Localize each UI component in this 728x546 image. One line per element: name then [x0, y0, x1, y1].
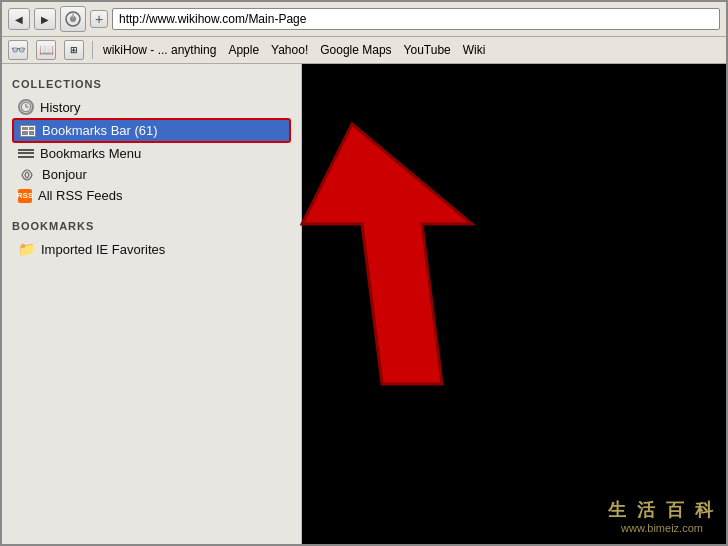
bonjour-item[interactable]: Bonjour	[12, 164, 291, 185]
bookmarks-section: BOOKMARKS 📁 Imported IE Favorites	[12, 220, 291, 260]
history-icon	[18, 99, 34, 115]
rss-feeds-item[interactable]: RSS All RSS Feeds	[12, 185, 291, 206]
glasses-icon[interactable]: 👓	[8, 40, 28, 60]
add-tab-button[interactable]: +	[90, 10, 108, 28]
bm-link-wiki[interactable]: Wiki	[461, 43, 488, 57]
bookmarks-menu-label: Bookmarks Menu	[40, 146, 141, 161]
forward-button[interactable]: ▶	[34, 8, 56, 30]
address-bar[interactable]	[112, 8, 720, 30]
bookmarks-menu-item[interactable]: Bookmarks Menu	[12, 143, 291, 164]
left-panel: COLLECTIONS History Bookmarks Bar (61)	[2, 64, 302, 544]
history-label: History	[40, 100, 80, 115]
bookmarks-bar-item[interactable]: Bookmarks Bar (61)	[12, 118, 291, 143]
folder-icon: 📁	[18, 241, 35, 257]
watermark-chinese: 生 活 百 科	[608, 498, 716, 522]
bookmarks-header: BOOKMARKS	[12, 220, 291, 232]
imported-ie-label: Imported IE Favorites	[41, 242, 165, 257]
bookmarks-bar-label: Bookmarks Bar (61)	[42, 123, 158, 138]
right-panel: 生 活 百 科 www.bimeiz.com	[302, 64, 726, 544]
bm-link-youtube[interactable]: YouTube	[402, 43, 453, 57]
back-button[interactable]: ◀	[8, 8, 30, 30]
bonjour-icon	[18, 168, 36, 182]
browser-window: ◀ ▶ + 👓 📖 ⊞ wikiHow - ... anything Apple…	[0, 0, 728, 546]
toolbar: ◀ ▶ +	[2, 2, 726, 37]
imported-ie-item[interactable]: 📁 Imported IE Favorites	[12, 238, 291, 260]
grid-icon[interactable]: ⊞	[64, 40, 84, 60]
bonjour-label: Bonjour	[42, 167, 87, 182]
collections-header: COLLECTIONS	[12, 78, 291, 90]
bm-link-googlemaps[interactable]: Google Maps	[318, 43, 393, 57]
bookmarks-bar: 👓 📖 ⊞ wikiHow - ... anything Apple Yahoo…	[2, 37, 726, 64]
rss-feeds-label: All RSS Feeds	[38, 188, 123, 203]
bookmarks-bar-icon	[20, 125, 36, 137]
history-item[interactable]: History	[12, 96, 291, 118]
bm-link-apple[interactable]: Apple	[226, 43, 261, 57]
rss-icon: RSS	[18, 189, 32, 203]
book-icon[interactable]: 📖	[36, 40, 56, 60]
bm-link-yahoo[interactable]: Yahoo!	[269, 43, 310, 57]
home-button[interactable]	[60, 6, 86, 32]
watermark-url: www.bimeiz.com	[608, 522, 716, 534]
bm-link-wikihow[interactable]: wikiHow - ... anything	[101, 43, 218, 57]
watermark: 生 活 百 科 www.bimeiz.com	[608, 498, 716, 534]
menu-lines-icon	[18, 148, 34, 160]
separator	[92, 41, 93, 59]
content-area: COLLECTIONS History Bookmarks Bar (61)	[2, 64, 726, 544]
svg-marker-5	[302, 124, 472, 384]
